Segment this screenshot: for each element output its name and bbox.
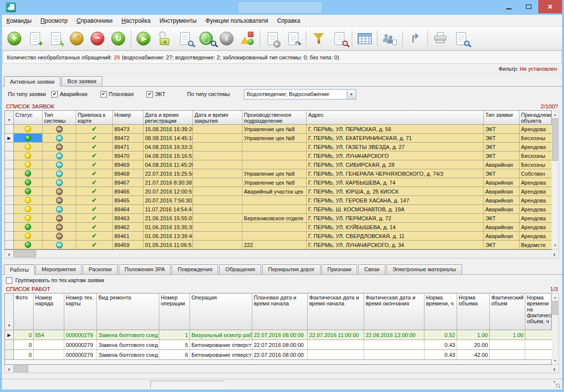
cell-number[interactable]: 89468 — [113, 169, 143, 178]
find-document-button[interactable] — [329, 29, 350, 49]
scrollbar-thumb[interactable] — [552, 118, 558, 161]
cell-department[interactable]: Управление цех №8 — [242, 169, 307, 178]
grid-filter-button[interactable]: ▼ — [5, 294, 14, 330]
cell-repair_type[interactable]: Замена болтового соед — [97, 330, 159, 340]
tab-detail-6[interactable]: Обращения — [219, 264, 261, 274]
cell-op_number[interactable]: 1 — [159, 330, 190, 340]
cell-closed[interactable] — [193, 187, 242, 196]
add-button[interactable]: + — [4, 29, 25, 49]
cell-status[interactable] — [14, 214, 43, 222]
scrollbar-thumb[interactable] — [13, 250, 36, 257]
tab-detail-1[interactable]: Работы — [4, 264, 35, 275]
cell-closed[interactable] — [193, 205, 242, 213]
scroll-right-icon[interactable]: › — [550, 250, 559, 258]
splitter[interactable] — [2, 258, 562, 263]
cell-ownership[interactable]: Бесхозны — [519, 151, 552, 160]
tab-detail-3[interactable]: Раскопки — [83, 264, 118, 274]
cell-map[interactable]: ✔ — [76, 214, 113, 222]
column-header[interactable]: Производственное подразделение — [242, 111, 307, 124]
column-header[interactable]: Дата и время закрытия — [193, 111, 242, 124]
cell-closed[interactable] — [193, 223, 242, 231]
cell-closed[interactable] — [193, 143, 242, 151]
cell-map[interactable]: ✔ — [76, 223, 113, 231]
minimize-button[interactable] — [499, 0, 518, 13]
cell-number[interactable]: 89464 — [113, 205, 143, 213]
cell-address[interactable]: Г. ПЕРМЬ, УЛ. ЮРША, д. 25 КИОСК — [307, 187, 484, 196]
column-header[interactable]: Адрес — [307, 111, 484, 124]
cell-op_number[interactable]: 6 — [159, 350, 190, 359]
cell-registered[interactable]: 04.08.2016 16:33:33 — [143, 143, 193, 151]
row-indicator[interactable] — [5, 143, 14, 151]
row-indicator[interactable] — [5, 350, 14, 359]
cell-map[interactable]: ✔ — [76, 134, 113, 142]
cell-type[interactable]: Аварийная — [484, 223, 519, 231]
filter-button[interactable] — [308, 29, 329, 49]
cell-map[interactable]: ✔ — [76, 241, 113, 249]
menu-item-5[interactable]: Инструменты — [155, 16, 201, 26]
cell-type[interactable]: ЭКТ — [484, 143, 519, 151]
edit-button[interactable] — [66, 29, 87, 49]
menu-item-3[interactable]: Справочники — [72, 16, 117, 26]
cell-status[interactable] — [14, 196, 43, 204]
cell-registered[interactable]: 20.07.2016 7:56:30 — [143, 196, 193, 204]
cell-fact_volume[interactable] — [490, 350, 525, 359]
refresh-button[interactable]: ↻ — [108, 29, 129, 49]
row-indicator[interactable] — [5, 340, 14, 349]
cell-address[interactable]: Г. ПЕРМЬ, УЛ. ЛУНАЧАРСКОГО, д. 34 — [307, 241, 484, 249]
column-header[interactable]: Операция — [190, 294, 252, 330]
cell-number[interactable]: 89465 — [113, 196, 143, 204]
cell-tech_card[interactable]: 000000279 — [64, 330, 97, 340]
row-indicator[interactable] — [5, 214, 14, 222]
requests-vertical-scrollbar[interactable]: ▲ ▼ — [552, 110, 559, 249]
cell-type[interactable]: ЭКТ — [484, 134, 519, 142]
cell-ownership[interactable]: Арендова — [519, 232, 552, 240]
cell-order[interactable] — [34, 340, 64, 349]
cell-department[interactable] — [242, 223, 307, 231]
cell-norm_time[interactable]: 0.52 — [424, 330, 457, 340]
column-header[interactable]: Фактическая дата и время начала — [308, 294, 364, 330]
cell-closed[interactable] — [193, 178, 242, 187]
paste-document-button[interactable]: ↷ — [283, 29, 304, 49]
cell-closed[interactable] — [193, 125, 242, 133]
request-type-checkbox[interactable]: ✔ — [51, 91, 58, 98]
cell-operation[interactable]: Визуальный осмотр раб — [190, 330, 252, 340]
scroll-left-icon[interactable]: ‹ — [5, 365, 13, 373]
cell-map[interactable]: ✔ — [76, 143, 113, 151]
column-header[interactable]: Плановая дата и время начала — [252, 294, 308, 330]
cell-ownership[interactable]: Бесхозны — [519, 134, 552, 142]
cell-status[interactable] — [14, 169, 43, 178]
cell-number[interactable]: 89463 — [113, 214, 143, 222]
cell-closed[interactable] — [193, 196, 242, 204]
grid-filter-button[interactable]: ▼ — [5, 111, 14, 124]
column-header[interactable]: Номер наряда — [34, 294, 64, 330]
column-header[interactable]: Номер операции — [159, 294, 190, 330]
scroll-up-icon[interactable]: ▲ — [552, 111, 559, 118]
scroll-down-icon[interactable]: ▼ — [552, 357, 559, 364]
cell-number[interactable]: 89471 — [113, 143, 143, 151]
cell-registered[interactable]: 01.06.2016 13:39:44 — [143, 232, 193, 240]
row-indicator[interactable] — [5, 223, 14, 231]
cell-ownership[interactable]: Арендова — [519, 196, 552, 204]
cell-type[interactable]: ЭКТ — [484, 169, 519, 178]
cell-registered[interactable]: 22.07.2016 15:25:56 — [143, 169, 193, 178]
column-header[interactable]: Фактическая дата и время окончания — [364, 294, 424, 330]
cell-number[interactable]: 89469 — [113, 160, 143, 169]
cell-extra[interactable] — [525, 340, 552, 349]
cell-address[interactable]: Г. ПЕРМЬ, УЛ. ПЕРМСКАЯ, д. 72 — [307, 214, 484, 222]
cell-fact_volume[interactable] — [490, 340, 525, 349]
cell-department[interactable]: Управление цех №8 — [242, 134, 307, 142]
cell-type[interactable]: Аварийная — [484, 187, 519, 196]
cell-norm_volume[interactable]: 20.00 — [457, 340, 490, 349]
add-document-express-button[interactable]: ϟ — [46, 29, 66, 49]
cell-type[interactable]: Аварийная — [484, 178, 519, 187]
cell-norm_time[interactable]: 0.43 — [424, 350, 457, 359]
cell-fact_volume[interactable]: 1.00 — [490, 330, 525, 340]
column-header[interactable]: Дата и время регистрации — [143, 111, 193, 124]
cell-department[interactable] — [242, 143, 307, 151]
export-document-button[interactable]: ▶ — [262, 29, 283, 49]
tab-detail-9[interactable]: Связи — [358, 264, 385, 274]
cell-system[interactable]: СО — [43, 160, 76, 169]
users-button[interactable] — [379, 29, 400, 49]
cell-fact_start[interactable] — [308, 340, 364, 349]
column-header[interactable]: Фактический объем — [490, 294, 525, 330]
